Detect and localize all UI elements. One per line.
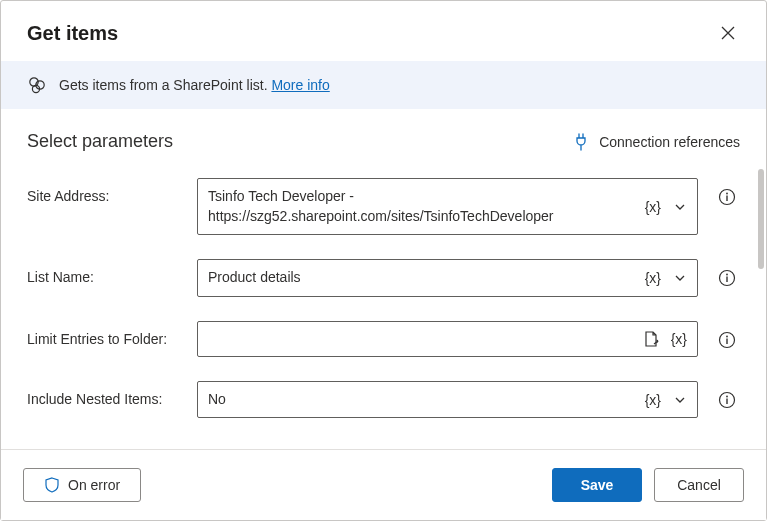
svg-point-13: [726, 395, 728, 397]
svg-point-7: [726, 274, 728, 276]
shield-icon: [44, 477, 60, 493]
on-error-button[interactable]: On error: [23, 468, 141, 502]
token-picker-button[interactable]: {x}: [641, 197, 665, 217]
dropdown-button[interactable]: [669, 196, 691, 218]
param-site-address: Site Address: Tsinfo Tech Developer - ht…: [27, 178, 740, 235]
list-name-input[interactable]: Product details {x}: [197, 259, 698, 297]
dialog-footer: On error Save Cancel: [1, 449, 766, 520]
cancel-button[interactable]: Cancel: [654, 468, 744, 502]
input-actions: {x}: [635, 179, 697, 234]
dialog-header: Get items: [1, 1, 766, 61]
dialog-title: Get items: [27, 22, 118, 45]
save-label: Save: [581, 477, 614, 493]
help-button[interactable]: [714, 387, 740, 413]
info-icon: [718, 269, 736, 287]
dialog: Get items Gets items from a SharePoint l…: [0, 0, 767, 521]
svg-rect-8: [726, 277, 727, 283]
section-title: Select parameters: [27, 131, 173, 152]
limit-folder-label: Limit Entries to Folder:: [27, 321, 187, 347]
info-text: Gets items from a SharePoint list.: [59, 77, 271, 93]
input-actions: {x}: [633, 322, 697, 356]
info-banner: Gets items from a SharePoint list. More …: [1, 61, 766, 109]
site-address-value[interactable]: Tsinfo Tech Developer - https://szg52.sh…: [198, 179, 635, 234]
svg-rect-14: [726, 398, 727, 404]
scrollbar-thumb[interactable]: [758, 169, 764, 269]
param-limit-folder: Limit Entries to Folder: {x}: [27, 321, 740, 357]
limit-folder-value[interactable]: [198, 322, 633, 356]
token-picker-button[interactable]: {x}: [641, 268, 665, 288]
sharepoint-icon: [27, 75, 47, 95]
include-nested-value[interactable]: No: [198, 382, 635, 418]
list-name-label: List Name:: [27, 259, 187, 285]
save-button[interactable]: Save: [552, 468, 642, 502]
param-include-nested: Include Nested Items: No {x}: [27, 381, 740, 419]
svg-rect-11: [726, 338, 727, 344]
info-icon: [718, 188, 736, 206]
dropdown-button[interactable]: [669, 389, 691, 411]
token-picker-button[interactable]: {x}: [641, 390, 665, 410]
more-info-link[interactable]: More info: [271, 77, 329, 93]
limit-folder-input[interactable]: {x}: [197, 321, 698, 357]
cancel-label: Cancel: [677, 477, 721, 493]
connection-references-button[interactable]: Connection references: [573, 133, 740, 151]
chevron-down-icon: [673, 393, 687, 407]
info-icon: [718, 331, 736, 349]
svg-point-10: [726, 335, 728, 337]
include-nested-input[interactable]: No {x}: [197, 381, 698, 419]
file-picker-icon: [643, 330, 659, 348]
close-button[interactable]: [716, 21, 740, 45]
site-address-input[interactable]: Tsinfo Tech Developer - https://szg52.sh…: [197, 178, 698, 235]
info-text-wrap: Gets items from a SharePoint list. More …: [59, 77, 330, 93]
input-actions: {x}: [635, 382, 697, 418]
help-button[interactable]: [714, 184, 740, 210]
file-picker-button[interactable]: [639, 326, 663, 352]
on-error-label: On error: [68, 477, 120, 493]
info-icon: [718, 391, 736, 409]
section-head: Select parameters Connection references: [27, 131, 740, 152]
close-icon: [720, 25, 736, 41]
plug-icon: [573, 133, 589, 151]
input-actions: {x}: [635, 260, 697, 296]
dialog-content: Select parameters Connection references …: [1, 109, 766, 449]
param-list-name: List Name: Product details {x}: [27, 259, 740, 297]
footer-right: Save Cancel: [552, 468, 744, 502]
include-nested-label: Include Nested Items:: [27, 381, 187, 407]
list-name-value[interactable]: Product details: [198, 260, 635, 296]
dropdown-button[interactable]: [669, 267, 691, 289]
svg-point-4: [726, 193, 728, 195]
chevron-down-icon: [673, 200, 687, 214]
help-button[interactable]: [714, 327, 740, 353]
site-address-label: Site Address:: [27, 178, 187, 204]
help-button[interactable]: [714, 265, 740, 291]
chevron-down-icon: [673, 271, 687, 285]
connection-references-label: Connection references: [599, 134, 740, 150]
token-picker-button[interactable]: {x}: [667, 329, 691, 349]
svg-rect-5: [726, 196, 727, 202]
